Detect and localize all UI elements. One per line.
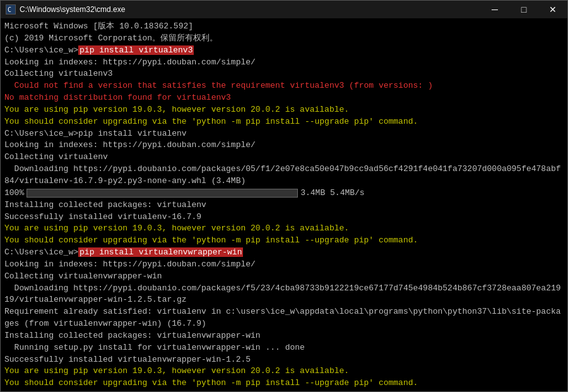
terminal-line: C:\Users\ice_w>pip install virtualenvwra… <box>4 247 564 259</box>
terminal-line: C:\Users\ice_w>pip install virtualenv3 <box>4 45 564 57</box>
terminal-line: You should consider upgrading via the 'p… <box>4 235 564 247</box>
terminal-line: Microsoft Windows [版本 10.0.18362.592] <box>4 21 564 33</box>
command-highlight: pip install virtualenvwrapper-win <box>78 247 243 257</box>
cmd-icon: C <box>6 4 16 15</box>
terminal-line: You are using pip version 19.0.3, howeve… <box>4 223 564 235</box>
maximize-button[interactable]: □ <box>509 1 538 18</box>
terminal-line: (c) 2019 Microsoft Corporation。保留所有权利。 <box>4 33 564 45</box>
titlebar: C C:\Windows\system32\cmd.exe ─ □ ✕ <box>1 1 567 18</box>
close-button[interactable]: ✕ <box>538 1 567 18</box>
terminal-line: Requirement already satisfied: virtualen… <box>4 306 564 330</box>
terminal-line: Looking in indexes: https://pypi.douban.… <box>4 140 564 151</box>
terminal-line: Running setup.py install for virtualenvw… <box>4 342 564 354</box>
terminal-line: Successfully installed virtualenv-16.7.9 <box>4 211 564 223</box>
terminal-line: Downloading https://pypi.doubanio.com/pa… <box>4 283 564 307</box>
terminal-line: Looking in indexes: https://pypi.douban.… <box>4 57 564 69</box>
terminal-line: Collecting virtualenv3 <box>4 68 564 80</box>
terminal-line: Successfully installed virtualenvwrapper… <box>4 354 564 366</box>
svg-text:C: C <box>8 6 11 13</box>
terminal-line: Could not find a version that satisfies … <box>4 80 564 92</box>
command-highlight: pip install virtualenv3 <box>78 45 194 55</box>
minimize-button[interactable]: ─ <box>480 1 509 18</box>
terminal-line: Downloading https://pypi.doubanio.com/pa… <box>4 163 564 187</box>
terminal-line: Collecting virtualenv <box>4 151 564 163</box>
terminal-line: Looking in indexes: https://pypi.douban.… <box>4 259 564 271</box>
terminal-line: No matching distribution found for virtu… <box>4 92 564 104</box>
terminal-line: You should consider upgrading via the 'p… <box>4 377 564 389</box>
terminal-line: You should consider upgrading via the 'p… <box>4 116 564 128</box>
terminal-line: C:\Users\ice_w>_ <box>4 389 564 391</box>
terminal-output[interactable]: Microsoft Windows [版本 10.0.18362.592](c)… <box>1 18 567 391</box>
terminal-line: Installing collected packages: virtualen… <box>4 330 564 342</box>
terminal-line: C:\Users\ice_w>pip install virtualenv <box>4 128 564 140</box>
window-controls: ─ □ ✕ <box>480 1 567 18</box>
terminal-line: Installing collected packages: virtualen… <box>4 199 564 211</box>
terminal-line: You are using pip version 19.0.3, howeve… <box>4 365 564 377</box>
progress-bar-line: 100% 3.4MB 5.4MB/s <box>4 187 564 199</box>
terminal-line: Collecting virtualenvwrapper-win <box>4 271 564 283</box>
cmd-window: C C:\Windows\system32\cmd.exe ─ □ ✕ Micr… <box>0 0 568 392</box>
terminal-line: You are using pip version 19.0.3, howeve… <box>4 104 564 116</box>
